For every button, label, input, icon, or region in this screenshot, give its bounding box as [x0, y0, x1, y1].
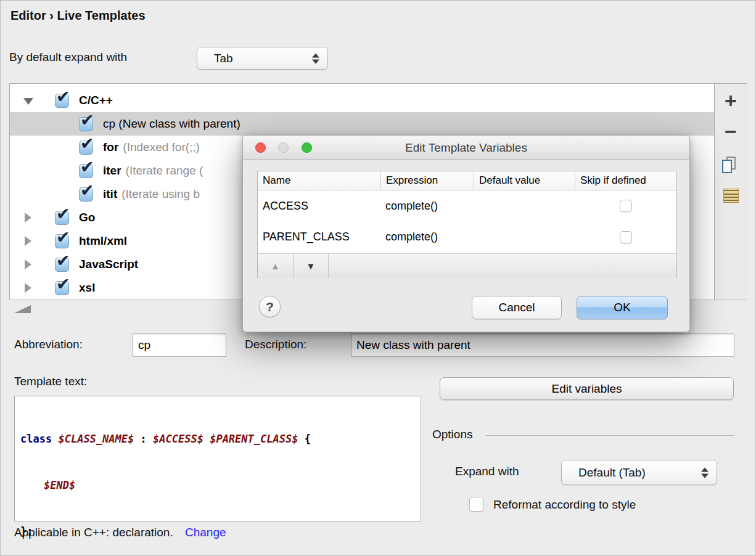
- tree-toolbar: + −: [714, 84, 747, 300]
- variable-default-value-cell[interactable]: [474, 221, 575, 252]
- default-expand-label: By default expand with: [9, 51, 127, 64]
- options-label: Options: [432, 428, 472, 441]
- move-up-button[interactable]: ▲: [258, 254, 294, 278]
- code-line: $END$: [20, 478, 415, 493]
- tree-item-cp[interactable]: ✔ cp (New class with parent): [10, 112, 714, 136]
- variable-name-cell[interactable]: PARENT_CLASS: [258, 221, 380, 252]
- live-templates-settings-page: Editor › Live Templates By default expan…: [0, 0, 756, 556]
- dialog-title: Edit Template Variables: [243, 136, 689, 160]
- dialog-titlebar[interactable]: Edit Template Variables: [243, 136, 689, 160]
- disclosure-collapsed-icon[interactable]: [25, 283, 31, 293]
- checkbox-checked-icon[interactable]: ✔: [79, 187, 93, 202]
- options-separator: [486, 435, 734, 436]
- remove-template-button[interactable]: −: [715, 121, 747, 142]
- template-text-label: Template text:: [14, 375, 87, 388]
- column-header-default-value[interactable]: Default value: [474, 171, 575, 190]
- applicable-text: Applicable in C++: declaration.: [14, 526, 173, 539]
- template-text-editor[interactable]: class $CLASS_NAME$ : $ACCESS$ $PARENT_CL…: [14, 396, 421, 521]
- column-header-expression[interactable]: Expression: [380, 171, 474, 190]
- variable-default-value-cell[interactable]: [474, 190, 575, 221]
- stepper-arrows-icon: [701, 467, 709, 478]
- disclosure-collapsed-icon[interactable]: [25, 236, 31, 246]
- cancel-button[interactable]: Cancel: [472, 296, 562, 319]
- move-down-button[interactable]: ▼: [294, 254, 329, 278]
- reformat-label: Reformat according to style: [493, 498, 636, 512]
- ok-button[interactable]: OK: [577, 296, 668, 319]
- duplicate-template-button[interactable]: [715, 156, 747, 174]
- collapse-section-icon[interactable]: [14, 305, 31, 313]
- abbreviation-input[interactable]: [133, 333, 226, 357]
- abbreviation-label: Abbreviation:: [14, 338, 83, 351]
- disclosure-collapsed-icon[interactable]: [25, 260, 31, 269]
- column-header-name[interactable]: Name: [258, 171, 380, 190]
- variables-table-header: Name Expression Default value Skip if de…: [258, 171, 676, 190]
- checkbox-checked-icon[interactable]: ✔: [55, 281, 69, 295]
- disclosure-collapsed-icon[interactable]: [25, 213, 31, 223]
- restore-defaults-button[interactable]: [715, 189, 747, 205]
- checkbox-checked-icon[interactable]: ✔: [79, 117, 93, 131]
- expand-with-value: Default (Tab): [578, 466, 646, 480]
- help-button[interactable]: ?: [259, 296, 281, 317]
- default-expand-value: Tab: [214, 52, 233, 65]
- breadcrumb: Editor › Live Templates: [10, 9, 146, 23]
- checkbox-checked-icon[interactable]: ✔: [55, 234, 69, 248]
- variable-expression-cell[interactable]: complete(): [380, 190, 474, 221]
- edit-variables-button[interactable]: Edit variables: [440, 377, 734, 400]
- description-input[interactable]: [351, 333, 734, 357]
- add-template-button[interactable]: +: [715, 90, 747, 111]
- table-row[interactable]: PARENT_CLASS complete(): [258, 221, 676, 252]
- applicable-line: Applicable in C++: declaration. Change: [14, 526, 226, 539]
- checkbox-checked-icon[interactable]: ✔: [55, 258, 69, 272]
- code-line: class $CLASS_NAME$ : $ACCESS$ $PARENT_CL…: [20, 431, 415, 447]
- description-label: Description:: [245, 338, 306, 351]
- edit-template-variables-dialog: Edit Template Variables Name Expression …: [242, 135, 690, 332]
- table-row[interactable]: ACCESS complete(): [258, 190, 676, 221]
- copy-icon: [722, 160, 732, 173]
- table-toolbar: ▲ ▼: [258, 253, 676, 278]
- tree-group-c-cpp[interactable]: ✔ C/C++: [10, 89, 714, 112]
- checkbox-checked-icon[interactable]: ✔: [79, 164, 93, 178]
- skip-if-defined-checkbox[interactable]: [620, 200, 632, 212]
- skip-if-defined-checkbox[interactable]: [620, 231, 632, 243]
- checkbox-checked-icon[interactable]: ✔: [55, 94, 69, 108]
- variable-name-cell[interactable]: ACCESS: [258, 190, 380, 221]
- column-header-skip-if-defined[interactable]: Skip if defined: [575, 171, 676, 190]
- description-note-icon: [723, 189, 739, 203]
- checkbox-checked-icon[interactable]: ✔: [55, 211, 69, 225]
- reformat-checkbox[interactable]: [469, 497, 484, 512]
- change-link[interactable]: Change: [185, 526, 226, 539]
- expand-with-select[interactable]: Default (Tab): [561, 460, 717, 485]
- variable-expression-cell[interactable]: complete(): [380, 221, 474, 252]
- default-expand-select[interactable]: Tab: [197, 47, 328, 70]
- expand-with-label: Expand with: [455, 465, 519, 478]
- variables-table: Name Expression Default value Skip if de…: [257, 171, 677, 278]
- checkbox-checked-icon[interactable]: ✔: [79, 141, 93, 155]
- disclosure-expanded-icon[interactable]: [23, 98, 33, 105]
- stepper-arrows-icon: [312, 53, 319, 63]
